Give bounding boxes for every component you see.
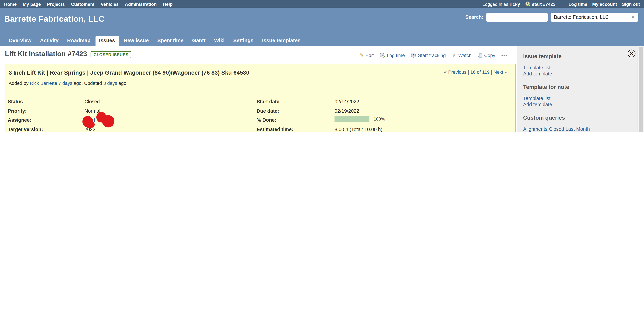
status-badge: CLOSED ISSUES xyxy=(91,51,131,58)
target-version-label: Target version: xyxy=(8,127,43,132)
issue-template-heading: Issue template xyxy=(523,53,562,59)
tab-activity[interactable]: Activity xyxy=(36,36,62,46)
queue-list-icon[interactable]: ≡ xyxy=(560,1,564,7)
project-tabs: Overview Activity Roadmap Issues New iss… xyxy=(0,36,644,46)
start-tracking-button[interactable]: Start tracking xyxy=(411,52,446,58)
page: Home My page Projects Customers Vehicles… xyxy=(0,0,644,132)
tab-issue-templates[interactable]: Issue templates xyxy=(258,36,304,46)
issue-pagination: « Previous | 16 of 119 | Next » xyxy=(444,70,507,75)
topmenu-help[interactable]: Help xyxy=(163,1,172,6)
note-template-heading: Template for note xyxy=(523,84,569,90)
issue-actions: ✎Edit Log time Start tracking ★Watch Cop… xyxy=(360,52,508,58)
previous-link[interactable]: « Previous xyxy=(444,70,466,75)
topmenu-my-page[interactable]: My page xyxy=(23,1,41,6)
tab-wiki[interactable]: Wiki xyxy=(210,36,228,46)
issue-subject: 3 Inch Lift Kit | Rear Springs | Jeep Gr… xyxy=(8,69,249,76)
position-indicator: 16 of 119 xyxy=(470,70,490,75)
project-jump-select[interactable]: Barrette Fabrication, LLC ▼ xyxy=(550,13,638,22)
sign-out-link[interactable]: Sign out xyxy=(622,1,640,6)
next-link[interactable]: Next » xyxy=(494,70,507,75)
scrollbar-thumb[interactable] xyxy=(639,47,643,132)
tab-spent-time[interactable]: Spent time xyxy=(154,36,187,46)
tab-overview[interactable]: Overview xyxy=(5,36,35,46)
priority-label: Priority: xyxy=(8,108,27,114)
done-label: % Done: xyxy=(256,117,276,123)
copy-button[interactable]: Copy xyxy=(478,52,495,58)
status-value: Closed xyxy=(84,99,100,104)
due-date-label: Due date: xyxy=(256,108,279,114)
estimated-time-value: 8.00 h (Total: 10.00 h) xyxy=(334,127,382,132)
top-menu-bar: Home My page Projects Customers Vehicles… xyxy=(0,0,644,8)
site-header: Barrette Fabrication, LLC Search: Barret… xyxy=(0,8,644,36)
site-title: Barrette Fabrication, LLC xyxy=(4,14,104,24)
edit-button[interactable]: ✎Edit xyxy=(360,52,374,58)
done-progress-bar xyxy=(334,116,369,122)
log-time-link[interactable]: Log time xyxy=(568,1,587,6)
note-template-list-link[interactable]: Template list xyxy=(523,95,550,101)
search-label: Search: xyxy=(465,14,484,20)
close-sidebar-icon[interactable]: ✕ xyxy=(628,49,636,57)
watch-button[interactable]: ★Watch xyxy=(452,52,472,58)
log-time-button[interactable]: Log time xyxy=(380,52,405,58)
updated-ago-link[interactable]: 3 days xyxy=(103,81,117,86)
topmenu-administration[interactable]: Administration xyxy=(125,1,157,6)
added-ago-link[interactable]: 7 days xyxy=(58,81,72,86)
content-area: Lift Kit Installation #7423 CLOSED ISSUE… xyxy=(0,46,644,132)
scrollbar[interactable] xyxy=(638,46,644,132)
start-date-label: Start date: xyxy=(256,99,281,104)
timer-clock-icon xyxy=(525,1,530,6)
tab-new-issue[interactable]: New issue xyxy=(120,36,152,46)
assignee-label: Assignee: xyxy=(8,117,32,123)
tab-issues[interactable]: Issues xyxy=(95,35,119,46)
page-title: Lift Kit Installation #7423 CLOSED ISSUE… xyxy=(5,50,131,58)
issue-details-box: 3 Inch Lift Kit | Rear Springs | Jeep Gr… xyxy=(5,64,516,132)
topmenu-home[interactable]: Home xyxy=(4,1,16,6)
username: ricky xyxy=(510,1,520,6)
note-add-template-link[interactable]: Add template xyxy=(523,102,552,107)
my-account-link[interactable]: My account xyxy=(592,1,617,6)
clock-plus-icon xyxy=(380,52,385,58)
author-link[interactable]: Rick Barrette xyxy=(30,81,57,86)
template-list-link[interactable]: Template list xyxy=(523,65,550,70)
done-percent: 100% xyxy=(374,116,385,121)
sidebar: ✕ Issue template Template list Add templ… xyxy=(518,46,638,132)
topmenu-vehicles[interactable]: Vehicles xyxy=(100,1,119,6)
status-label: Status: xyxy=(8,99,24,104)
custom-query-link[interactable]: Alignments Closed Last Month xyxy=(523,126,590,132)
chevron-down-icon: ▼ xyxy=(631,15,635,19)
clock-icon xyxy=(411,52,416,58)
pencil-icon: ✎ xyxy=(360,52,364,58)
star-icon: ★ xyxy=(452,52,456,58)
start-date-value: 02/14/2022 xyxy=(334,99,359,104)
topmenu-projects[interactable]: Projects xyxy=(47,1,65,6)
issue-byline: Added by Rick Barrette 7 days ago. Updat… xyxy=(8,81,128,86)
search-input[interactable] xyxy=(486,13,548,22)
tab-settings[interactable]: Settings xyxy=(230,36,257,46)
copy-icon xyxy=(478,52,482,58)
logged-in-as: Logged in as ricky xyxy=(482,1,520,6)
tab-roadmap[interactable]: Roadmap xyxy=(64,36,94,46)
due-date-value: 02/19/2022 xyxy=(334,108,359,114)
add-template-link[interactable]: Add template xyxy=(523,71,552,77)
tab-gantt[interactable]: Gantt xyxy=(188,36,209,46)
more-actions-button[interactable]: ••• xyxy=(501,52,508,57)
topmenu-customers[interactable]: Customers xyxy=(71,1,94,6)
estimated-time-label: Estimated time: xyxy=(256,127,293,132)
custom-queries-heading: Custom queries xyxy=(523,115,565,121)
start-timer-link[interactable]: start #7423 xyxy=(525,1,556,6)
